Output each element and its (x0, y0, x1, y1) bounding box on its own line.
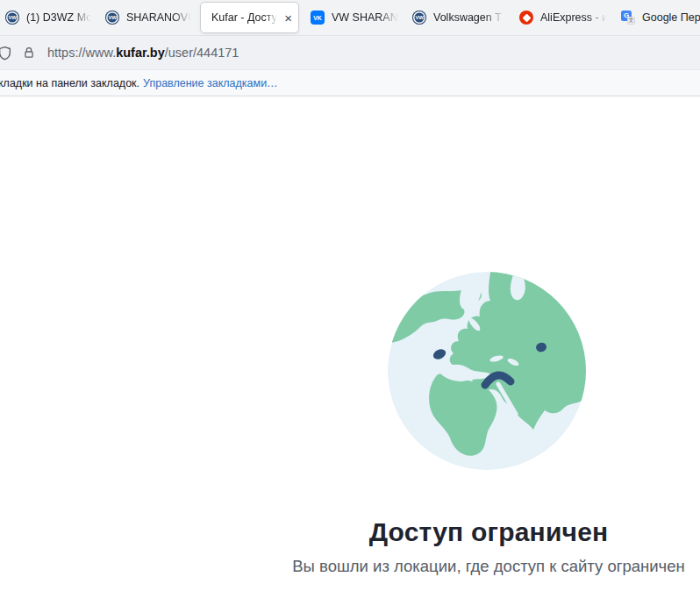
tab-label: Volkswagen Т (433, 11, 506, 24)
url-input[interactable]: https://www.kufar.by/user/444171 (47, 46, 239, 60)
url-domain: kufar.by (116, 46, 165, 60)
tracking-shield-icon[interactable] (0, 46, 12, 61)
lock-icon[interactable] (22, 46, 36, 60)
tab-volkswagen[interactable]: VW Volkswagen Т (407, 3, 511, 32)
bookmarks-hint-text: кладки на панели закладок. (0, 77, 139, 89)
tab-label: SHARANOVO (126, 11, 193, 24)
close-tab-icon[interactable]: × (284, 11, 292, 25)
tab-d3wz[interactable]: VW (1) D3WZ Моз (0, 3, 98, 32)
tab-aliexpress[interactable]: AliExpress - ин (514, 3, 614, 32)
tab-google-translate[interactable]: G 文 Google Пере (616, 3, 700, 32)
tab-vw-sharan[interactable]: VK VW SHARAN (305, 3, 405, 32)
aliexpress-favicon-icon (519, 11, 533, 25)
url-prefix: https://www. (47, 46, 116, 60)
page-content: Доступ ограничен Вы вошли из локации, гд… (0, 96, 700, 591)
manage-bookmarks-link[interactable]: Управление закладками… (143, 77, 278, 89)
translate-script-glyph: 文 (627, 17, 635, 25)
sad-globe-illustration (388, 272, 586, 470)
tab-kufar-active[interactable]: Kufar - Доступ × (200, 2, 299, 33)
access-restricted-message: Вы вошли из локации, где доступ к сайту … (292, 557, 684, 576)
tab-bar: VW (1) D3WZ Моз VW SHARANOVO Kufar - Дос… (0, 0, 700, 35)
tab-label: (1) D3WZ Моз (26, 11, 93, 24)
tab-label: VW SHARAN (332, 11, 400, 24)
vk-favicon-icon: VK (311, 11, 325, 25)
google-translate-favicon-icon: G 文 (621, 11, 635, 25)
tab-sharanovo[interactable]: VW SHARANOVO (100, 3, 198, 32)
address-bar: https://www.kufar.by/user/444171 (0, 35, 700, 70)
tab-label: Kufar - Доступ (211, 11, 277, 24)
url-path: /user/444171 (165, 46, 239, 60)
volkswagen-favicon-icon: VW (5, 11, 19, 25)
volkswagen-favicon-icon: VW (105, 11, 119, 25)
bookmarks-bar: кладки на панели закладок. Управление за… (0, 70, 700, 96)
volkswagen-favicon-icon: VW (412, 11, 426, 25)
tab-label: Google Пере (642, 11, 700, 24)
tab-label: AliExpress - ин (540, 11, 609, 24)
diamond-shape (522, 13, 531, 22)
access-restricted-heading: Доступ ограничен (369, 517, 609, 547)
